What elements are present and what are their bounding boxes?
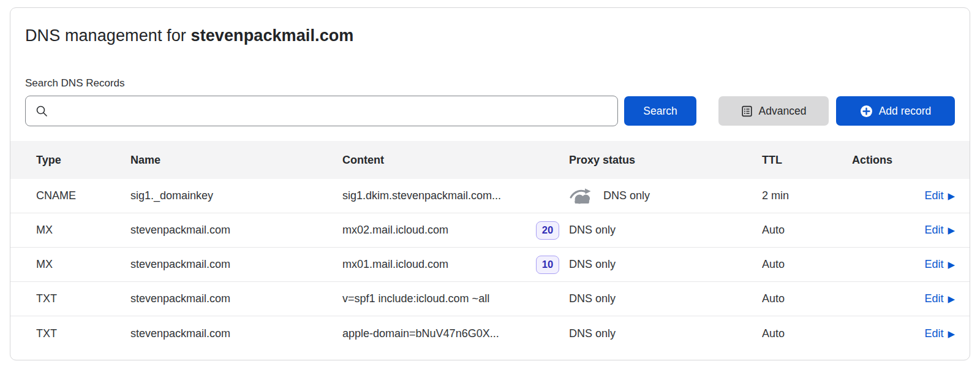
column-header-actions: Actions: [852, 154, 955, 167]
record-name: stevenpackmail.com: [130, 327, 342, 340]
advanced-button[interactable]: Advanced: [718, 96, 829, 126]
record-actions: Edit▶: [852, 258, 955, 271]
table-row: TXT stevenpackmail.com apple-domain=bNuV…: [10, 316, 970, 351]
add-record-button[interactable]: Add record: [836, 96, 955, 126]
cloud-icon: [569, 187, 595, 205]
record-actions: Edit▶: [852, 189, 955, 202]
search-input[interactable]: [51, 105, 610, 117]
column-header-content: Content: [342, 154, 569, 167]
edit-link[interactable]: Edit▶: [924, 189, 955, 202]
priority-badge: 20: [536, 221, 559, 240]
table-body: CNAME sig1._domainkey sig1.dkim.stevenpa…: [10, 179, 970, 351]
edit-link[interactable]: Edit▶: [924, 292, 955, 305]
record-ttl: Auto: [762, 292, 852, 305]
record-content-text: mx01.mail.icloud.com: [342, 258, 448, 271]
record-type: MX: [36, 258, 130, 271]
edit-link-label: Edit: [924, 292, 943, 305]
record-content: mx02.mail.icloud.com 20: [342, 221, 569, 240]
proxy-status-text: DNS only: [569, 258, 616, 271]
record-type: CNAME: [36, 189, 130, 202]
edit-link-label: Edit: [924, 189, 943, 202]
dns-management-card: DNS management for stevenpackmail.com Se…: [10, 7, 970, 360]
record-name: stevenpackmail.com: [130, 292, 342, 305]
edit-arrow-icon: ▶: [948, 294, 955, 303]
controls-row: Search Advanced Add record: [25, 96, 955, 126]
edit-link[interactable]: Edit▶: [924, 258, 955, 271]
record-ttl: Auto: [762, 327, 852, 340]
record-content: mx01.mail.icloud.com 10: [342, 256, 569, 274]
record-ttl: 2 min: [762, 189, 852, 202]
record-content-text: sig1.dkim.stevenpackmail.com...: [342, 189, 501, 202]
record-ttl: Auto: [762, 258, 852, 271]
edit-link-label: Edit: [924, 224, 943, 237]
column-header-name: Name: [130, 154, 342, 167]
record-proxy-status: DNS only: [569, 224, 762, 237]
table-row: TXT stevenpackmail.com v=spf1 include:ic…: [10, 282, 970, 316]
plus-circle-icon: [860, 105, 873, 118]
proxy-status-text: DNS only: [569, 292, 616, 305]
column-header-proxy-status: Proxy status: [569, 154, 762, 167]
record-content-text: v=spf1 include:icloud.com ~all: [342, 292, 489, 305]
record-name: stevenpackmail.com: [130, 224, 342, 237]
proxy-status-text: DNS only: [569, 327, 616, 340]
page-title-prefix: DNS management for: [25, 26, 186, 45]
table-row: MX stevenpackmail.com mx02.mail.icloud.c…: [10, 213, 970, 248]
record-proxy-status: DNS only: [569, 292, 762, 305]
record-proxy-status: DNS only: [569, 327, 762, 340]
edit-link[interactable]: Edit▶: [924, 224, 955, 237]
record-actions: Edit▶: [852, 292, 955, 305]
search-button[interactable]: Search: [624, 96, 696, 126]
record-type: MX: [36, 224, 130, 237]
search-box: [25, 96, 618, 126]
record-actions: Edit▶: [852, 224, 955, 237]
proxy-status-text: DNS only: [603, 189, 650, 202]
page-title: DNS management for stevenpackmail.com: [25, 26, 955, 45]
column-header-type: Type: [36, 154, 130, 167]
record-proxy-status: DNS only: [569, 187, 762, 205]
table-header-row: Type Name Content Proxy status TTL Actio…: [10, 141, 970, 179]
record-content: v=spf1 include:icloud.com ~all: [342, 292, 569, 305]
edit-link-label: Edit: [924, 327, 943, 340]
record-type: TXT: [36, 327, 130, 340]
advanced-button-label: Advanced: [759, 105, 807, 118]
table-row: MX stevenpackmail.com mx01.mail.icloud.c…: [10, 248, 970, 282]
record-type: TXT: [36, 292, 130, 305]
edit-arrow-icon: ▶: [948, 226, 955, 235]
search-icon: [36, 105, 48, 117]
edit-link-label: Edit: [924, 258, 943, 271]
record-proxy-status: DNS only: [569, 258, 762, 271]
record-content: apple-domain=bNuV47n6G0X...: [342, 327, 569, 340]
record-content-text: mx02.mail.icloud.com: [342, 224, 448, 237]
proxy-status-text: DNS only: [569, 224, 616, 237]
record-name: stevenpackmail.com: [130, 258, 342, 271]
edit-arrow-icon: ▶: [948, 329, 955, 338]
priority-badge: 10: [536, 256, 559, 274]
search-label: Search DNS Records: [25, 77, 955, 89]
edit-arrow-icon: ▶: [948, 191, 955, 200]
page-title-domain: stevenpackmail.com: [191, 26, 354, 45]
table-row: CNAME sig1._domainkey sig1.dkim.stevenpa…: [10, 179, 970, 213]
edit-arrow-icon: ▶: [948, 260, 955, 269]
record-content: sig1.dkim.stevenpackmail.com...: [342, 189, 569, 202]
record-actions: Edit▶: [852, 327, 955, 340]
record-content-text: apple-domain=bNuV47n6G0X...: [342, 327, 499, 340]
record-name: sig1._domainkey: [130, 189, 342, 202]
record-ttl: Auto: [762, 224, 852, 237]
advanced-list-icon: [741, 105, 753, 117]
column-header-ttl: TTL: [762, 154, 852, 167]
add-record-button-label: Add record: [879, 105, 932, 118]
edit-link[interactable]: Edit▶: [924, 327, 955, 340]
